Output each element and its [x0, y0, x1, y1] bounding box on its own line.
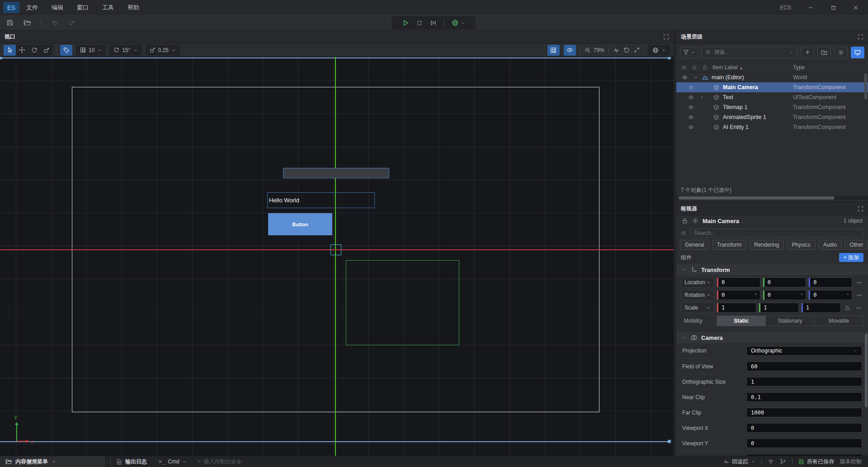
chevron-down-icon[interactable] — [693, 75, 698, 80]
content-drawer-toggle[interactable]: 内容侧滑菜单 — [0, 456, 105, 467]
camera-section-header[interactable]: Camera — [676, 332, 868, 343]
hierarchy-row-main[interactable]: main (Editor) World — [676, 72, 868, 82]
scale-tool-button[interactable] — [40, 45, 52, 56]
hierarchy-horizontal-scrollbar[interactable] — [676, 196, 868, 200]
screen-view-toggle-button[interactable] — [851, 47, 864, 58]
menu-file[interactable]: 文件 — [19, 0, 45, 15]
zoom-level-control[interactable]: 79% — [585, 47, 604, 53]
viewport-x-input[interactable]: 0 — [746, 423, 862, 433]
visibility-eye-icon[interactable] — [688, 95, 694, 100]
menu-help[interactable]: 帮助 — [121, 0, 146, 15]
link-axes-icon[interactable] — [854, 280, 863, 286]
column-type-label[interactable]: Type — [793, 64, 805, 71]
maximize-button[interactable] — [830, 5, 836, 11]
inspector-vertical-scrollbar[interactable] — [865, 334, 868, 407]
grid-snap-dropdown[interactable]: 10 — [76, 45, 106, 56]
trace-dropdown[interactable]: 回追踪 — [723, 458, 755, 466]
visibility-eye-icon[interactable] — [682, 75, 688, 81]
tab-other[interactable]: Other — [844, 240, 868, 250]
rotation-y-input[interactable]: 0° — [763, 290, 807, 300]
mobility-static-option[interactable]: Static — [717, 316, 766, 326]
undo-icon[interactable] — [51, 19, 58, 26]
orthographic-size-input[interactable]: 1 — [746, 377, 862, 386]
scale-x-input[interactable]: 1 — [717, 303, 756, 313]
column-lock-icon[interactable] — [702, 65, 708, 70]
hierarchy-vertical-scrollbar[interactable] — [864, 73, 867, 100]
object-settings-gear-icon[interactable] — [692, 218, 698, 224]
platform-globe-dropdown[interactable] — [452, 19, 465, 26]
visibility-button[interactable] — [564, 45, 576, 56]
visibility-eye-icon[interactable] — [688, 114, 694, 120]
lock-icon[interactable] — [682, 218, 688, 224]
hierarchy-search-input[interactable]: 搜索... — [701, 47, 797, 58]
inspector-search-input[interactable]: Search... — [690, 229, 863, 238]
step-forward-button[interactable] — [430, 19, 437, 26]
filter-dropdown[interactable] — [680, 47, 698, 58]
hierarchy-row-ai-entity[interactable]: AI Entity 1 TransformComponent — [676, 122, 868, 132]
visibility-eye-icon[interactable] — [688, 124, 694, 130]
viewport-expand-icon[interactable] — [663, 34, 669, 40]
show-grid-button[interactable] — [547, 45, 560, 56]
cmd-mode-dropdown[interactable]: >_ Cmd — [159, 458, 187, 465]
fullscreen-button[interactable] — [634, 47, 640, 53]
transform-section-header[interactable]: Transform — [676, 264, 868, 275]
guide-handle[interactable] — [668, 440, 671, 443]
location-mode-dropdown[interactable]: Location — [681, 277, 714, 288]
far-clip-input[interactable]: 1000 — [746, 408, 862, 417]
uniform-scale-lock-icon[interactable] — [843, 305, 852, 311]
column-visibility-icon[interactable] — [681, 64, 687, 70]
rotation-x-input[interactable]: 0° — [717, 290, 760, 300]
scale-y-input[interactable]: 1 — [759, 303, 798, 313]
menu-edit[interactable]: 编辑 — [45, 0, 70, 15]
column-item-label[interactable]: Item Label ▲ — [712, 64, 743, 71]
source-branch-icon[interactable] — [780, 458, 786, 465]
add-entity-button[interactable] — [801, 47, 814, 58]
network-wifi-icon[interactable] — [768, 458, 774, 465]
location-z-input[interactable]: 0 — [808, 277, 852, 287]
collapse-chevron-icon[interactable] — [682, 267, 687, 272]
projection-dropdown[interactable]: Orthographic — [746, 346, 862, 356]
visibility-eye-icon[interactable] — [688, 105, 694, 110]
collapse-chevron-icon[interactable] — [682, 335, 687, 340]
hierarchy-expand-icon[interactable] — [858, 34, 863, 40]
near-clip-input[interactable]: 0.1 — [746, 392, 862, 402]
column-favorite-icon[interactable] — [692, 65, 697, 70]
tab-general[interactable]: General — [680, 240, 709, 250]
scene-canvas[interactable]: Hello World Button y x — [0, 57, 674, 456]
rotate-snap-dropdown[interactable]: 15° — [109, 45, 142, 56]
location-x-input[interactable]: 0 — [717, 277, 760, 287]
rotate-tool-button[interactable] — [28, 45, 40, 56]
hierarchy-settings-button[interactable] — [834, 47, 848, 58]
selection-pivot-square[interactable] — [330, 244, 341, 255]
menu-tools[interactable]: 工具 — [95, 0, 121, 15]
rotation-z-input[interactable]: 0° — [808, 290, 852, 300]
location-y-input[interactable]: 0 — [763, 277, 807, 287]
stats-pulse-button[interactable] — [613, 47, 619, 53]
hierarchy-row-main-camera[interactable]: Main Camera TransformComponent — [676, 82, 868, 92]
open-project-icon[interactable] — [24, 19, 31, 26]
inspector-expand-icon[interactable] — [858, 206, 863, 212]
reset-view-button[interactable] — [623, 47, 630, 53]
guide-handle[interactable] — [668, 57, 671, 59]
select-tool-button[interactable] — [4, 45, 16, 56]
tab-physics[interactable]: Physics — [787, 240, 815, 250]
snap-tag-button[interactable] — [60, 45, 72, 56]
mobility-stationary-option[interactable]: Stationary — [766, 316, 815, 326]
hierarchy-row-text[interactable]: Text UITextComponent — [676, 92, 868, 102]
ui-button-element[interactable]: Button — [268, 213, 332, 235]
move-tool-button[interactable] — [16, 45, 28, 56]
field-of-view-input[interactable]: 60 — [746, 362, 862, 371]
chevron-right-icon[interactable] — [700, 95, 704, 100]
tab-audio[interactable]: Audio — [818, 240, 842, 250]
save-scene-icon[interactable] — [6, 19, 14, 26]
tab-rendering[interactable]: Rendering — [749, 240, 784, 250]
link-axes-icon[interactable] — [854, 292, 863, 298]
camera-mode-dropdown[interactable] — [648, 45, 670, 56]
link-axes-icon[interactable] — [854, 305, 863, 311]
hierarchy-row-tilemap[interactable]: Tilemap 1 TransformComponent — [676, 102, 868, 112]
play-button[interactable] — [402, 19, 409, 26]
close-button[interactable] — [853, 5, 859, 11]
tab-transform[interactable]: Transform — [712, 240, 746, 250]
guide-handle[interactable] — [0, 57, 2, 59]
minimize-button[interactable] — [807, 5, 814, 11]
